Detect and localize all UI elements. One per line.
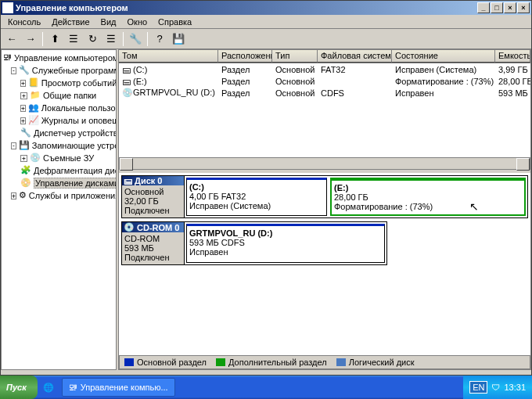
col-fs[interactable]: Файловая система xyxy=(318,50,392,63)
volume-table-body[interactable]: 🖴(C:) Раздел Основной FAT32 Исправен (Си… xyxy=(119,63,530,157)
tree-device-manager[interactable]: 🔧Диспетчер устройств xyxy=(20,127,114,139)
shield-icon[interactable]: 🛡 xyxy=(491,383,500,392)
tree-system-tools[interactable]: -🔧Служебные программы xyxy=(11,64,114,77)
disk-graphical-view[interactable]: 🖴 Диск 0 Основной 32,00 ГБ Подключен (C:… xyxy=(119,173,530,355)
horizontal-scrollbar[interactable] xyxy=(119,157,530,170)
refresh-button[interactable]: ↻ xyxy=(84,31,101,48)
computer-icon: 🖳 xyxy=(3,52,12,63)
col-volume[interactable]: Том xyxy=(119,50,218,63)
clock[interactable]: 13:31 xyxy=(504,383,526,392)
toolbar: ← → ⬆ ☰ ↻ ☰ 🔧 ? 💾 xyxy=(1,29,531,49)
legend-logical-label: Логический диск xyxy=(349,358,415,367)
tree-pane[interactable]: 🖳Управление компьютером (локал -🔧Служебн… xyxy=(1,49,117,370)
partition-d[interactable]: GRTMPVOL_RU (D:) 593 МБ CDFS Исправен xyxy=(186,224,385,263)
expand-icon[interactable]: + xyxy=(20,155,27,162)
expand-icon[interactable]: + xyxy=(20,92,27,99)
menu-help[interactable]: Справка xyxy=(153,16,197,27)
collapse-icon[interactable]: - xyxy=(11,142,16,149)
device-icon: 🔧 xyxy=(20,128,31,138)
folder-icon: 🔧 xyxy=(19,65,30,76)
system-tray[interactable]: EN 🛡 13:31 xyxy=(463,376,532,399)
expand-icon[interactable]: + xyxy=(20,117,26,124)
book-icon: 📒 xyxy=(28,77,39,88)
legend-primary-swatch xyxy=(124,358,134,366)
up-button[interactable]: ⬆ xyxy=(46,31,63,48)
content-area: 🖳Управление компьютером (локал -🔧Служебн… xyxy=(1,49,531,370)
tree-local-users[interactable]: +👥Локальные пользователи xyxy=(20,102,114,114)
chart-icon: 📈 xyxy=(28,115,39,126)
close-button[interactable]: × xyxy=(517,2,530,13)
cd-icon: 💿 xyxy=(122,88,133,98)
lang-indicator[interactable]: EN xyxy=(469,381,487,394)
window-title: Управление компьютером xyxy=(16,3,477,13)
cdrom-0-info: 💿 CD-ROM 0 CD-ROM 593 МБ Подключен xyxy=(122,222,185,264)
maximize-button[interactable]: □ xyxy=(491,2,503,13)
back-button[interactable]: ← xyxy=(3,31,20,48)
collapse-icon[interactable]: - xyxy=(11,67,16,74)
volume-table-header: Том Расположение Тип Файловая система Со… xyxy=(119,50,530,63)
tool-button-7[interactable]: 💾 xyxy=(170,31,187,48)
cdrom-0-row[interactable]: 💿 CD-ROM 0 CD-ROM 593 МБ Подключен GRTMP… xyxy=(121,221,387,265)
app-icon xyxy=(2,2,13,13)
tree-shared-folders[interactable]: +📁Общие папки xyxy=(20,89,114,102)
table-row[interactable]: 🖴(E:) Раздел Основной Форматирование : (… xyxy=(119,75,530,87)
tool-button-5[interactable]: 🔧 xyxy=(127,31,144,48)
col-status[interactable]: Состояние xyxy=(392,50,495,63)
mdi-close-button[interactable]: × xyxy=(504,2,516,13)
forward-button[interactable]: → xyxy=(22,31,39,48)
tree-services[interactable]: +⚙Службы и приложения xyxy=(11,189,114,202)
legend-extended-label: Дополнительный раздел xyxy=(228,358,327,367)
tool-button-4[interactable]: ☰ xyxy=(102,31,120,48)
legend-primary-label: Основной раздел xyxy=(137,358,207,367)
tree-perf-logs[interactable]: +📈Журналы и оповещения п xyxy=(20,114,114,127)
col-type[interactable]: Тип xyxy=(272,50,318,63)
quick-launch: 🌐 xyxy=(38,379,59,396)
table-row[interactable]: 💿GRTMPVOL_RU (D:) Раздел Основной CDFS И… xyxy=(119,87,530,99)
cdrom-partitions: GRTMPVOL_RU (D:) 593 МБ CDFS Исправен xyxy=(185,222,386,264)
main-window: Управление компьютером _ □ × × Консоль Д… xyxy=(0,0,532,376)
folder-icon: 📁 xyxy=(30,90,41,101)
legend-logical-swatch xyxy=(336,358,346,366)
status-bar xyxy=(1,370,531,375)
legend-extended-swatch xyxy=(216,358,225,366)
tree-root[interactable]: 🖳Управление компьютером (локал xyxy=(3,52,114,64)
menu-action[interactable]: Действие xyxy=(46,16,95,27)
start-button[interactable]: Пуск xyxy=(0,376,38,399)
cd-icon: 💿 xyxy=(124,222,135,232)
ql-ie-icon[interactable]: 🌐 xyxy=(41,379,56,396)
volume-icon: 🖴 xyxy=(122,77,133,86)
disk-0-partitions: (C:) 4,00 ГБ FAT32 Исправен (Система) (E… xyxy=(185,176,527,217)
expand-icon[interactable]: + xyxy=(20,105,26,112)
col-capacity[interactable]: Емкость xyxy=(495,50,530,63)
taskbar[interactable]: Пуск 🌐 🖳 Управление компью... EN 🛡 13:31 xyxy=(0,376,532,399)
expand-icon[interactable]: + xyxy=(11,192,16,200)
col-layout[interactable]: Расположение xyxy=(218,50,272,63)
legend-bar: Основной раздел Дополнительный раздел Ло… xyxy=(119,355,530,369)
partition-e[interactable]: (E:) 28,00 ГБ Форматирование : (73%) xyxy=(330,178,526,216)
tree-event-viewer[interactable]: +📒Просмотр событий xyxy=(20,77,114,89)
help-button[interactable]: ? xyxy=(151,31,168,48)
titlebar[interactable]: Управление компьютером _ □ × × xyxy=(1,1,531,15)
menu-window[interactable]: Окно xyxy=(122,16,153,27)
expand-icon[interactable]: + xyxy=(20,80,26,87)
taskbar-app-button[interactable]: 🖳 Управление компью... xyxy=(62,378,175,397)
separator xyxy=(147,32,148,46)
partition-c[interactable]: (C:) 4,00 ГБ FAT32 Исправен (Система) xyxy=(186,178,327,216)
tree-disk-management[interactable]: 📀Управление дисками xyxy=(20,177,114,189)
app-icon: 🖳 xyxy=(69,383,77,392)
disk-0-row[interactable]: 🖴 Диск 0 Основной 32,00 ГБ Подключен (C:… xyxy=(121,175,528,218)
menu-console[interactable]: Консоль xyxy=(2,16,46,27)
menubar: Консоль Действие Вид Окно Справка xyxy=(1,15,531,29)
separator xyxy=(123,32,124,46)
tree-defrag[interactable]: 🧩Дефрагментация диска xyxy=(20,164,114,177)
table-row[interactable]: 🖴(C:) Раздел Основной FAT32 Исправен (Си… xyxy=(119,63,530,75)
storage-icon: 💾 xyxy=(19,140,30,151)
props-button[interactable]: ☰ xyxy=(65,31,82,48)
menu-view[interactable]: Вид xyxy=(95,16,122,27)
removable-icon: 💿 xyxy=(30,153,41,164)
separator xyxy=(42,32,43,46)
minimize-button[interactable]: _ xyxy=(477,2,490,13)
users-icon: 👥 xyxy=(28,102,39,113)
tree-removable[interactable]: +💿Съемные ЗУ xyxy=(20,152,114,164)
tree-storage[interactable]: -💾Запоминающие устройства xyxy=(11,139,114,152)
